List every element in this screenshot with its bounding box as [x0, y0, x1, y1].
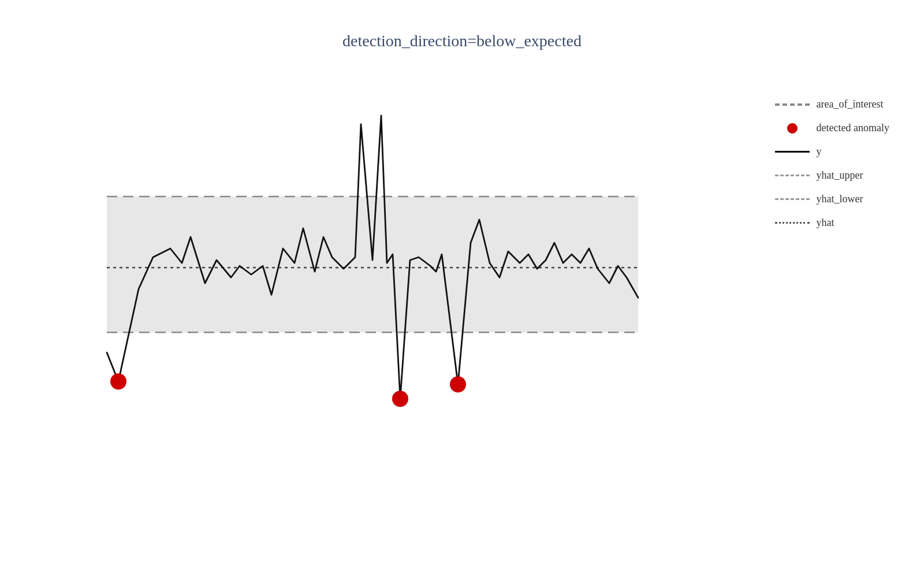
legend-item-y: y	[775, 146, 889, 158]
legend-symbol-anomaly	[775, 123, 810, 134]
legend-y-line	[775, 151, 810, 153]
legend-label-yhat: yhat	[817, 217, 834, 229]
legend-label-anomaly: detected anomaly	[817, 122, 889, 134]
legend-symbol-yhat	[775, 217, 810, 229]
legend-aoi-line	[775, 103, 810, 106]
legend-label-aoi: area_of_interest	[817, 98, 884, 110]
legend-symbol-yhat-lower	[775, 194, 810, 205]
legend-item-anomaly: detected anomaly	[775, 122, 889, 134]
legend-symbol-y	[775, 146, 810, 158]
legend-label-y: y	[817, 146, 822, 158]
legend: area_of_interest detected anomaly y yhat…	[775, 98, 889, 229]
legend-yhat-line	[775, 222, 810, 224]
anomaly-dot-1	[110, 373, 126, 390]
legend-anomaly-dot	[787, 123, 798, 134]
anomaly-dot-3	[450, 376, 466, 392]
anomaly-dot-2	[392, 391, 408, 407]
area-of-interest-fill	[107, 197, 638, 332]
legend-item-yhat: yhat	[775, 217, 889, 229]
legend-label-yhat-lower: yhat_lower	[817, 193, 863, 205]
legend-symbol-aoi	[775, 99, 810, 110]
legend-item-yhat-upper: yhat_upper	[775, 169, 889, 181]
legend-yhat-upper-line	[775, 175, 810, 176]
legend-symbol-yhat-upper	[775, 170, 810, 181]
chart-svg	[0, 0, 924, 578]
legend-item-yhat-lower: yhat_lower	[775, 193, 889, 205]
legend-label-yhat-upper: yhat_upper	[817, 169, 863, 181]
legend-yhat-lower-line	[775, 198, 810, 200]
legend-item-aoi: area_of_interest	[775, 98, 889, 110]
chart-container: detection_direction=below_expected area_…	[0, 0, 924, 578]
